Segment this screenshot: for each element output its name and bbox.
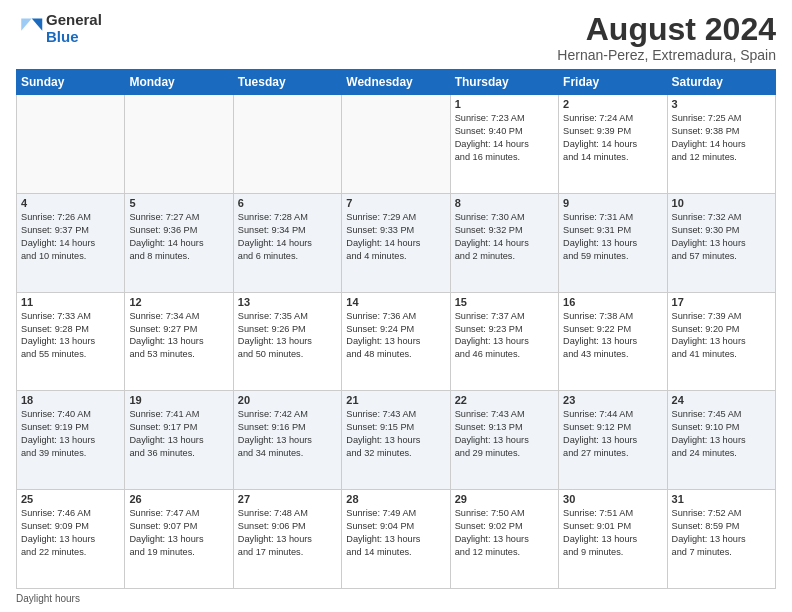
day-cell: 30Sunrise: 7:51 AMSunset: 9:01 PMDayligh…: [559, 490, 667, 589]
day-info: Sunrise: 7:26 AMSunset: 9:37 PMDaylight:…: [21, 211, 120, 263]
day-number: 8: [455, 197, 554, 209]
day-cell: 25Sunrise: 7:46 AMSunset: 9:09 PMDayligh…: [17, 490, 125, 589]
header: General Blue August 2024 Hernan-Perez, E…: [16, 12, 776, 63]
day-cell: [17, 95, 125, 194]
day-number: 26: [129, 493, 228, 505]
day-cell: 26Sunrise: 7:47 AMSunset: 9:07 PMDayligh…: [125, 490, 233, 589]
day-number: 25: [21, 493, 120, 505]
day-number: 12: [129, 296, 228, 308]
day-cell: 16Sunrise: 7:38 AMSunset: 9:22 PMDayligh…: [559, 292, 667, 391]
week-row-4: 25Sunrise: 7:46 AMSunset: 9:09 PMDayligh…: [17, 490, 776, 589]
day-cell: 15Sunrise: 7:37 AMSunset: 9:23 PMDayligh…: [450, 292, 558, 391]
day-cell: 3Sunrise: 7:25 AMSunset: 9:38 PMDaylight…: [667, 95, 775, 194]
day-number: 2: [563, 98, 662, 110]
day-header-tuesday: Tuesday: [233, 70, 341, 95]
week-row-0: 1Sunrise: 7:23 AMSunset: 9:40 PMDaylight…: [17, 95, 776, 194]
day-number: 7: [346, 197, 445, 209]
day-cell: 8Sunrise: 7:30 AMSunset: 9:32 PMDaylight…: [450, 193, 558, 292]
title-block: August 2024 Hernan-Perez, Extremadura, S…: [557, 12, 776, 63]
day-cell: 21Sunrise: 7:43 AMSunset: 9:15 PMDayligh…: [342, 391, 450, 490]
day-cell: 27Sunrise: 7:48 AMSunset: 9:06 PMDayligh…: [233, 490, 341, 589]
calendar-table: SundayMondayTuesdayWednesdayThursdayFrid…: [16, 69, 776, 589]
day-cell: 14Sunrise: 7:36 AMSunset: 9:24 PMDayligh…: [342, 292, 450, 391]
day-info: Sunrise: 7:28 AMSunset: 9:34 PMDaylight:…: [238, 211, 337, 263]
day-number: 13: [238, 296, 337, 308]
day-number: 27: [238, 493, 337, 505]
week-row-2: 11Sunrise: 7:33 AMSunset: 9:28 PMDayligh…: [17, 292, 776, 391]
day-cell: 31Sunrise: 7:52 AMSunset: 8:59 PMDayligh…: [667, 490, 775, 589]
day-number: 23: [563, 394, 662, 406]
day-cell: 28Sunrise: 7:49 AMSunset: 9:04 PMDayligh…: [342, 490, 450, 589]
logo-blue: Blue: [46, 29, 102, 46]
main-title: August 2024: [557, 12, 776, 47]
day-info: Sunrise: 7:32 AMSunset: 9:30 PMDaylight:…: [672, 211, 771, 263]
day-info: Sunrise: 7:38 AMSunset: 9:22 PMDaylight:…: [563, 310, 662, 362]
day-number: 11: [21, 296, 120, 308]
day-cell: 5Sunrise: 7:27 AMSunset: 9:36 PMDaylight…: [125, 193, 233, 292]
week-row-3: 18Sunrise: 7:40 AMSunset: 9:19 PMDayligh…: [17, 391, 776, 490]
day-info: Sunrise: 7:48 AMSunset: 9:06 PMDaylight:…: [238, 507, 337, 559]
header-row: SundayMondayTuesdayWednesdayThursdayFrid…: [17, 70, 776, 95]
day-info: Sunrise: 7:25 AMSunset: 9:38 PMDaylight:…: [672, 112, 771, 164]
day-cell: 18Sunrise: 7:40 AMSunset: 9:19 PMDayligh…: [17, 391, 125, 490]
day-cell: [233, 95, 341, 194]
day-info: Sunrise: 7:41 AMSunset: 9:17 PMDaylight:…: [129, 408, 228, 460]
day-number: 21: [346, 394, 445, 406]
day-number: 3: [672, 98, 771, 110]
day-cell: 1Sunrise: 7:23 AMSunset: 9:40 PMDaylight…: [450, 95, 558, 194]
day-cell: 4Sunrise: 7:26 AMSunset: 9:37 PMDaylight…: [17, 193, 125, 292]
day-cell: 6Sunrise: 7:28 AMSunset: 9:34 PMDaylight…: [233, 193, 341, 292]
day-number: 5: [129, 197, 228, 209]
day-cell: 29Sunrise: 7:50 AMSunset: 9:02 PMDayligh…: [450, 490, 558, 589]
day-header-saturday: Saturday: [667, 70, 775, 95]
day-number: 19: [129, 394, 228, 406]
day-header-wednesday: Wednesday: [342, 70, 450, 95]
day-header-thursday: Thursday: [450, 70, 558, 95]
day-number: 31: [672, 493, 771, 505]
day-number: 10: [672, 197, 771, 209]
logo-icon: [16, 15, 44, 43]
day-number: 28: [346, 493, 445, 505]
day-cell: 7Sunrise: 7:29 AMSunset: 9:33 PMDaylight…: [342, 193, 450, 292]
day-info: Sunrise: 7:37 AMSunset: 9:23 PMDaylight:…: [455, 310, 554, 362]
day-number: 15: [455, 296, 554, 308]
footer-text: Daylight hours: [16, 593, 80, 604]
footer-note: Daylight hours: [16, 593, 776, 604]
day-number: 4: [21, 197, 120, 209]
day-info: Sunrise: 7:49 AMSunset: 9:04 PMDaylight:…: [346, 507, 445, 559]
day-info: Sunrise: 7:27 AMSunset: 9:36 PMDaylight:…: [129, 211, 228, 263]
day-number: 30: [563, 493, 662, 505]
day-info: Sunrise: 7:24 AMSunset: 9:39 PMDaylight:…: [563, 112, 662, 164]
day-cell: 12Sunrise: 7:34 AMSunset: 9:27 PMDayligh…: [125, 292, 233, 391]
day-info: Sunrise: 7:43 AMSunset: 9:15 PMDaylight:…: [346, 408, 445, 460]
day-header-sunday: Sunday: [17, 70, 125, 95]
day-header-monday: Monday: [125, 70, 233, 95]
day-number: 22: [455, 394, 554, 406]
logo-text: General Blue: [46, 12, 102, 45]
day-info: Sunrise: 7:51 AMSunset: 9:01 PMDaylight:…: [563, 507, 662, 559]
day-number: 9: [563, 197, 662, 209]
day-number: 18: [21, 394, 120, 406]
day-cell: 24Sunrise: 7:45 AMSunset: 9:10 PMDayligh…: [667, 391, 775, 490]
day-info: Sunrise: 7:42 AMSunset: 9:16 PMDaylight:…: [238, 408, 337, 460]
day-info: Sunrise: 7:35 AMSunset: 9:26 PMDaylight:…: [238, 310, 337, 362]
day-cell: 13Sunrise: 7:35 AMSunset: 9:26 PMDayligh…: [233, 292, 341, 391]
day-info: Sunrise: 7:50 AMSunset: 9:02 PMDaylight:…: [455, 507, 554, 559]
day-info: Sunrise: 7:40 AMSunset: 9:19 PMDaylight:…: [21, 408, 120, 460]
day-number: 24: [672, 394, 771, 406]
day-header-friday: Friday: [559, 70, 667, 95]
svg-marker-0: [32, 18, 43, 30]
day-info: Sunrise: 7:52 AMSunset: 8:59 PMDaylight:…: [672, 507, 771, 559]
day-info: Sunrise: 7:34 AMSunset: 9:27 PMDaylight:…: [129, 310, 228, 362]
day-info: Sunrise: 7:36 AMSunset: 9:24 PMDaylight:…: [346, 310, 445, 362]
day-cell: 19Sunrise: 7:41 AMSunset: 9:17 PMDayligh…: [125, 391, 233, 490]
day-info: Sunrise: 7:39 AMSunset: 9:20 PMDaylight:…: [672, 310, 771, 362]
svg-marker-1: [21, 18, 32, 30]
day-cell: 22Sunrise: 7:43 AMSunset: 9:13 PMDayligh…: [450, 391, 558, 490]
page: General Blue August 2024 Hernan-Perez, E…: [0, 0, 792, 612]
day-info: Sunrise: 7:47 AMSunset: 9:07 PMDaylight:…: [129, 507, 228, 559]
day-info: Sunrise: 7:31 AMSunset: 9:31 PMDaylight:…: [563, 211, 662, 263]
day-number: 20: [238, 394, 337, 406]
day-cell: 23Sunrise: 7:44 AMSunset: 9:12 PMDayligh…: [559, 391, 667, 490]
day-cell: 20Sunrise: 7:42 AMSunset: 9:16 PMDayligh…: [233, 391, 341, 490]
